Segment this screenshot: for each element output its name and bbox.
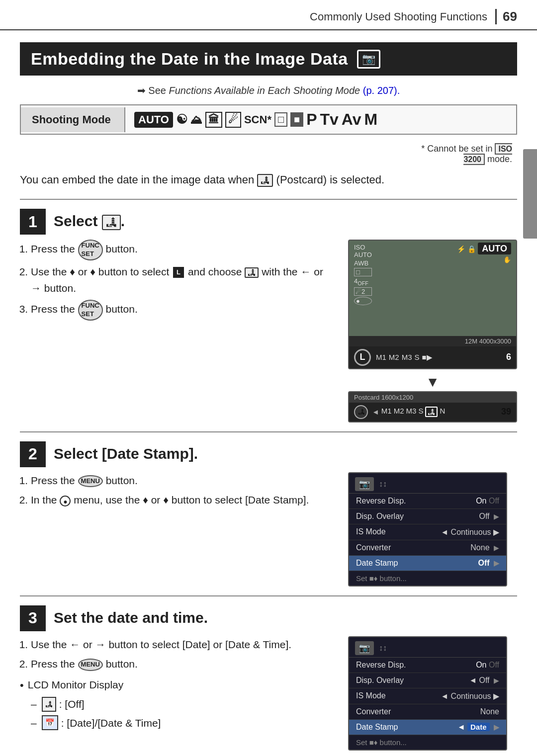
screen1-count: 6: [506, 352, 511, 362]
reverse-on-s3: On: [476, 661, 486, 669]
step3-section: 3 Set the date and time. Use the ← or → …: [20, 595, 517, 756]
step3-bullet: • LCD Monitor Display: [20, 676, 336, 694]
step3-screen: 📷 ↕↕ Reverse Disp. On Off Disp. Overlay: [348, 636, 517, 751]
size-m1: M1: [376, 353, 386, 362]
shooting-mode-row: Shooting Mode AUTO ☯ ⛰ 🏛 ☄ SCN* □ ■ P Tv…: [20, 104, 517, 135]
menu-header-step3: 📷 ↕↕: [349, 637, 506, 658]
main-content: Embedding the Date in the Image Data 📷 ➡…: [0, 30, 537, 756]
step1-instr2: Use the ♦ or ♦ button to select L and ch…: [31, 263, 336, 297]
screen2-count: 39: [501, 407, 511, 417]
s2-s: S: [418, 407, 423, 417]
menu-row-reverse-s3: Reverse Disp. On Off: [349, 658, 506, 673]
size-s: S: [415, 353, 420, 362]
step2-section: 2 Select [Date Stamp]. Press the MENU bu…: [20, 431, 517, 595]
reverse-off: Off: [489, 497, 499, 505]
step2-screen: 📷 ↕↕ Reverse Disp. On Off Disp. Overlay: [348, 472, 517, 587]
shooting-mode-icons: AUTO ☯ ⛰ 🏛 ☄ SCN* □ ■ P Tv Av M: [125, 105, 386, 134]
mode-icon-sq2: ■: [290, 112, 303, 127]
s2-n: N: [440, 407, 445, 417]
reverse-on: On: [476, 497, 486, 505]
step3-instr2: Press the MENU button.: [31, 656, 336, 672]
screen1-sizes: M1 M2 M3 S ■▶: [376, 353, 433, 362]
menu-row-converter-s3: Converter None: [349, 704, 506, 720]
screen2-container: Postcard 1600x1200 🏞 ◄ M1 M2 M3 S 🏞: [348, 391, 517, 422]
sq-icon: □: [354, 268, 372, 276]
scn-mode-icon: SCN*: [244, 113, 271, 126]
step2-title: Select [Date Stamp].: [54, 445, 198, 462]
step3-number: 3: [20, 605, 46, 631]
step3-instr1: Use the ← or → button to select [Date] o…: [31, 636, 336, 653]
mode-icon-sq1: □: [274, 112, 287, 127]
special-icon: ☄2: [354, 287, 372, 296]
step3-sub1: 🏞 : [Off]: [31, 696, 336, 713]
size-arrow: ■▶: [422, 353, 433, 362]
screen1-top: ISOAUTO AWB □ 4OFF ☄2 ● ⚡ 🔒 AUTO ✋: [349, 241, 516, 306]
menu-bottom-step2: Set ■♦ button...: [349, 571, 506, 586]
func-btn-2: FUNCSET: [78, 300, 103, 321]
mode-icon-landscape: ⛰: [190, 113, 202, 127]
step1-instructions: Press the FUNCSET button. Use the ♦ or ♦…: [20, 240, 336, 422]
page-container: Commonly Used Shooting Functions 69 Embe…: [0, 0, 537, 756]
l-badge-screen: L: [354, 349, 371, 366]
screen2-sizes: M1 M2 M3 S 🏞 N: [381, 407, 445, 417]
title-block: Embedding the Date in the Image Data 📷: [20, 42, 517, 76]
step3-title: Set the date and time.: [54, 609, 208, 626]
step1-screen: ISOAUTO AWB □ 4OFF ☄2 ● ⚡ 🔒 AUTO ✋: [348, 240, 517, 422]
see-page-link[interactable]: (p. 207).: [363, 85, 400, 96]
screen2-label: Postcard 1600x1200: [349, 392, 516, 403]
step1-header: 1 Select 🏞.: [20, 200, 517, 235]
iso-label: ISOAUTO: [354, 244, 372, 258]
page-number: 69: [495, 9, 517, 24]
auto-badge-screen: AUTO: [478, 243, 511, 254]
size-m2: M2: [389, 353, 399, 362]
step2-instr2: In the ● menu, use the ♦ or ♦ button to …: [31, 492, 336, 508]
breadcrumb: Commonly Used Shooting Functions: [310, 10, 487, 23]
step2-number: 2: [20, 441, 46, 467]
step1-instr3: Press the FUNCSET button.: [31, 300, 336, 321]
menu-row-overlay-s3: Disp. Overlay ◄ Off ▶: [349, 673, 506, 688]
menu-btn-step2: MENU: [78, 475, 103, 488]
mode-m: M: [364, 110, 378, 129]
flash-off-label: 4OFF: [354, 277, 372, 286]
auto-mode-icon: AUTO: [134, 112, 173, 128]
s2-highlighted: 🏞: [425, 407, 438, 417]
camera-icon: 📷: [357, 50, 380, 69]
mode-av: Av: [342, 110, 361, 129]
menu-row-datestamp-s3: Date Stamp ◄ Date ▶: [349, 720, 506, 735]
menu-row-reverse: Reverse Disp. On Off: [349, 494, 506, 509]
menu-screen-step3: 📷 ↕↕ Reverse Disp. On Off Disp. Overlay: [348, 636, 507, 751]
step2-header: 2 Select [Date Stamp].: [20, 432, 517, 467]
side-decoration: [523, 149, 537, 239]
postcard-badge-screen: 🏞: [354, 405, 368, 419]
see-arrow: ➡: [137, 85, 146, 96]
step1-section: 1 Select 🏞. Press the FUNCSET button. Us…: [20, 199, 517, 431]
mode-tv: Tv: [320, 110, 338, 129]
step3-body: Use the ← or → button to select [Date] o…: [20, 636, 517, 756]
left-arrow-screen2: ◄: [372, 408, 379, 416]
step3-instructions: Use the ← or → button to select [Date] o…: [20, 636, 336, 751]
reverse-off-s3: Off: [489, 661, 499, 669]
lightning-icon: ⚡ 🔒: [457, 245, 476, 253]
step2-instructions: Press the MENU button. In the ● menu, us…: [20, 472, 336, 587]
screen2-bar: 🏞 ◄ M1 M2 M3 S 🏞 N 39: [349, 403, 516, 421]
menu-screen-step2: 📷 ↕↕ Reverse Disp. On Off Disp. Overlay: [348, 472, 507, 587]
menu-bottom-step3: Set ■♦ button...: [349, 735, 506, 750]
shooting-mode-label: Shooting Mode: [21, 107, 125, 132]
step1-instr1: Press the FUNCSET button.: [31, 240, 336, 260]
cam-circle: ●: [354, 297, 372, 305]
l-icon-step1: L: [173, 267, 184, 278]
step1-number: 1: [20, 209, 46, 235]
size-m3: M3: [402, 353, 412, 362]
mode-icon-person: ☯: [176, 112, 187, 127]
menu-other-tab-step3: ↕↕: [379, 644, 387, 653]
step2-instr1: Press the MENU button.: [31, 472, 336, 489]
screen1-mockup: ISOAUTO AWB □ 4OFF ☄2 ● ⚡ 🔒 AUTO ✋: [348, 240, 517, 369]
screen1-bottom-bar: L M1 M2 M3 S ■▶ 6: [349, 346, 516, 368]
screen1-middle: [349, 306, 516, 336]
s2-m2: M2: [394, 407, 404, 417]
date-icon-step3: 📅: [42, 715, 58, 730]
date-value-badge: Date: [467, 723, 490, 731]
screen1-size-info: 12M 4000x3000: [349, 336, 516, 346]
see-italic: Functions Available in Each Shooting Mod…: [169, 85, 360, 96]
mode-icon-special: ☄: [225, 112, 241, 128]
